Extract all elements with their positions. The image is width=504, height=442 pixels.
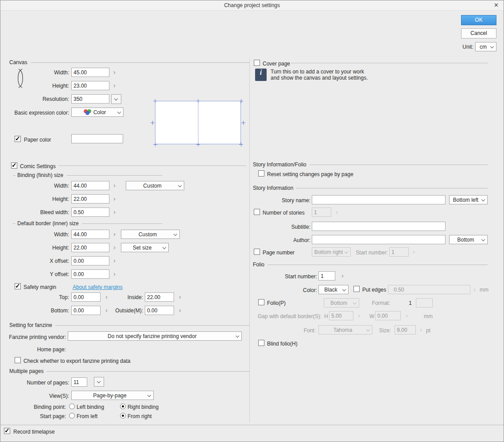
paper-color-swatch[interactable] (71, 134, 123, 143)
number-of-stories-checkbox[interactable] (254, 209, 260, 215)
page-start-number-label: Start number: (353, 249, 388, 256)
unit-dropdown[interactable]: cm (475, 42, 496, 51)
blind-folio-checkbox[interactable] (258, 340, 264, 346)
folio-color-dropdown[interactable]: Black (318, 285, 349, 294)
page-number-checkbox[interactable] (254, 249, 260, 255)
canvas-section-header: Canvas (9, 59, 249, 65)
canvas-section-label: Canvas (9, 59, 27, 65)
binding-width-input[interactable] (71, 181, 109, 190)
margin-inside-expand-button[interactable] (177, 292, 183, 302)
margin-outside-expand-button[interactable] (177, 306, 183, 315)
font-size-expand-button (418, 325, 424, 334)
resolution-dropdown-button[interactable] (111, 94, 121, 104)
border-width-expand-button[interactable] (111, 230, 118, 239)
bleed-width-input[interactable] (71, 208, 109, 217)
canvas-height-input[interactable] (71, 81, 109, 90)
ok-button[interactable]: OK (461, 15, 496, 25)
binding-width-expand-button[interactable] (111, 181, 118, 190)
folio-color-label: Color: (257, 287, 317, 294)
subtitle-input[interactable] (312, 222, 446, 231)
author-position-dropdown[interactable]: Bottom (449, 235, 488, 244)
bleed-width-expand-button[interactable] (111, 208, 118, 217)
folio-start-number-expand-button[interactable] (339, 271, 346, 281)
blind-folio-label: Blind folio(H) (267, 340, 298, 347)
put-edges-checkbox[interactable] (353, 286, 360, 292)
page-start-number-input (389, 247, 409, 257)
about-safety-margins-link[interactable]: About safety margins (73, 284, 123, 291)
binding-height-input[interactable] (71, 194, 109, 204)
gap-unit-label: mm (424, 313, 433, 320)
from-right-label: From right (128, 413, 152, 420)
folio-color-value: Black (324, 287, 337, 293)
canvas-width-expand-button[interactable] (111, 68, 118, 77)
section-divider (58, 165, 246, 166)
author-input[interactable] (312, 235, 446, 244)
margin-inside-input[interactable] (145, 292, 174, 302)
margin-bottom-label: Bottom: (27, 307, 69, 314)
y-offset-expand-button[interactable] (111, 269, 118, 279)
cover-page-checkbox[interactable] (254, 60, 260, 66)
border-width-input[interactable] (71, 230, 109, 239)
border-preset-dropdown[interactable]: Custom (121, 230, 180, 239)
export-fanzine-data-checkbox[interactable] (15, 357, 21, 363)
canvas-height-expand-button[interactable] (111, 81, 118, 90)
from-left-radio[interactable] (69, 413, 75, 419)
binding-preset-dropdown[interactable]: Custom (126, 181, 184, 190)
reset-per-page-checkbox[interactable] (258, 170, 264, 177)
fanzine-section-label: Setting for fanzine (9, 322, 52, 328)
crop-mark-icon (196, 99, 200, 103)
binding-width-label: Width: (9, 182, 69, 189)
border-height-expand-button[interactable] (111, 243, 118, 252)
font-size-input (395, 325, 416, 334)
chevron-down-icon (490, 45, 494, 48)
right-binding-label: Right binding (128, 404, 159, 411)
page-count-input[interactable] (71, 377, 87, 387)
canvas-height-label: Height: (9, 82, 69, 89)
number-of-stories-label: Number of stories (263, 209, 305, 216)
section-divider (31, 62, 249, 63)
paper-color-checkbox[interactable] (15, 136, 21, 142)
story-name-position-dropdown[interactable]: Bottom left (449, 195, 488, 204)
left-binding-label: Left binding (77, 404, 104, 411)
cancel-button[interactable]: Cancel (461, 28, 496, 38)
put-edges-width-input (388, 285, 470, 294)
put-edges-expand-button (471, 285, 478, 294)
subtitle-label: Subtitle: (253, 223, 310, 231)
chevron-down-icon (174, 232, 177, 236)
left-binding-radio[interactable] (69, 404, 75, 409)
resolution-input[interactable] (71, 94, 109, 104)
cover-info-line2: and show the canvas and layout settings. (271, 74, 368, 81)
safety-margin-checkbox[interactable] (15, 283, 21, 289)
unit-label: Unit: (447, 43, 473, 50)
x-offset-expand-button[interactable] (111, 256, 118, 265)
border-size-mode-dropdown[interactable]: Set size (121, 243, 169, 252)
comic-settings-checkbox[interactable] (11, 162, 17, 169)
fanzine-vendor-dropdown[interactable]: Do not specify fanzine printing vendor (68, 331, 242, 341)
y-offset-input[interactable] (71, 269, 109, 279)
page-count-dropdown-button[interactable] (94, 377, 104, 387)
font-dropdown: Tahoma (318, 325, 372, 334)
unit-value: cm (480, 44, 487, 50)
folio-start-number-input[interactable] (318, 271, 335, 281)
margin-bottom-input[interactable] (71, 306, 101, 315)
view-dropdown[interactable]: Page-by-page (71, 391, 154, 400)
font-label: Font: (293, 327, 316, 334)
border-height-input[interactable] (71, 243, 109, 252)
chevron-down-icon (353, 301, 357, 304)
expression-color-dropdown[interactable]: Color (71, 108, 124, 117)
margin-top-expand-button[interactable] (103, 292, 110, 302)
x-offset-input[interactable] (71, 256, 109, 265)
close-icon[interactable]: ✕ (494, 2, 499, 8)
canvas-width-input[interactable] (71, 68, 109, 77)
margin-outside-input[interactable] (145, 306, 174, 315)
from-right-radio[interactable] (120, 413, 126, 419)
crop-mark-icon (239, 99, 243, 103)
binding-height-expand-button[interactable] (111, 194, 118, 204)
record-timelapse-checkbox[interactable] (4, 428, 10, 434)
dialog-title: Change project settings (0, 2, 504, 8)
margin-top-input[interactable] (71, 292, 101, 302)
crop-mark-icon (241, 121, 245, 125)
story-name-input[interactable] (312, 195, 446, 204)
folio-p-checkbox[interactable] (258, 299, 264, 305)
right-binding-radio[interactable] (120, 404, 126, 409)
